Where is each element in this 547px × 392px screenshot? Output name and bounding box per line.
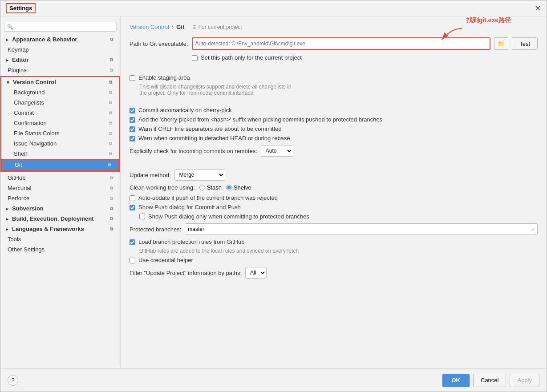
sidebar-item-editor[interactable]: Editor ⧉ — [0, 55, 120, 65]
copy-icon-build: ⧉ — [110, 216, 113, 222]
warn-crlf-label: Warn if CRLF line separators are about t… — [138, 125, 282, 132]
copy-icon-appearance: ⧉ — [110, 37, 113, 42]
sidebar-item-label: File Status Colors — [14, 130, 107, 137]
copy-icon-issue-nav: ⧉ — [109, 141, 112, 146]
sidebar-item-confirmation[interactable]: Confirmation ⧉ — [1, 118, 119, 128]
sidebar-item-plugins[interactable]: Plugins ⧉ — [0, 65, 120, 75]
arrow-svg — [438, 26, 464, 44]
apply-button[interactable]: Apply — [510, 374, 539, 387]
sidebar-item-issue-navigation[interactable]: Issue Navigation ⧉ — [1, 138, 119, 149]
sidebar-item-other[interactable]: Other Settings — [0, 244, 120, 255]
close-button[interactable]: ✕ — [535, 4, 541, 13]
sidebar-item-version-control[interactable]: Version Control ⧉ — [1, 77, 119, 87]
sidebar-item-subversion[interactable]: Subversion ⧉ — [0, 203, 120, 214]
filter-select[interactable]: All — [245, 267, 267, 279]
enable-staging-row: Enable staging area — [130, 74, 538, 81]
load-branch-protection-checkbox[interactable] — [130, 239, 135, 245]
sidebar-item-label: Build, Execution, Deployment — [10, 215, 108, 222]
cherry-suffix-row: Add the 'cherry-picked from <hash>' suff… — [130, 116, 538, 123]
incoming-row: Explicitly check for incoming commits on… — [130, 145, 538, 157]
current-project-label: Set this path only for the current proje… — [201, 54, 302, 61]
expand-triangle-editor — [6, 57, 10, 63]
footer-left: ? — [8, 375, 18, 386]
sidebar-item-languages[interactable]: Languages & Frameworks ⧉ — [0, 224, 120, 234]
show-push-checkbox[interactable] — [130, 205, 135, 210]
enable-staging-label: Enable staging area — [138, 74, 190, 81]
sidebar-item-shelf[interactable]: Shelf ⧉ — [1, 149, 119, 159]
filter-label: Filter "Update Project" information by p… — [130, 270, 242, 276]
expand-triangle-lang — [6, 226, 10, 232]
search-input[interactable] — [15, 24, 113, 30]
sidebar-item-file-status-colors[interactable]: File Status Colors ⧉ — [1, 128, 119, 138]
commit-cherry-checkbox[interactable] — [130, 108, 135, 113]
warn-detached-checkbox[interactable] — [130, 136, 135, 141]
title-bar: Settings ✕ — [0, 0, 547, 16]
protected-branches-row: Protected branches: ⤢ — [130, 223, 538, 235]
expand-triangle-build — [6, 215, 10, 222]
sidebar: 🔍 Appearance & Behavior ⧉ Keymap Editor … — [0, 16, 121, 368]
shelve-radio[interactable] — [226, 185, 232, 190]
sidebar-item-git[interactable]: Git ⧉ — [1, 159, 119, 171]
sidebar-item-label: Background — [14, 89, 107, 96]
sidebar-item-build[interactable]: Build, Execution, Deployment ⧉ — [0, 214, 120, 224]
incoming-label: Explicitly check for incoming commits on… — [130, 148, 257, 154]
dialog-title: Settings — [6, 3, 36, 13]
breadcrumb-part1[interactable]: Version Control — [130, 24, 169, 30]
cherry-suffix-checkbox[interactable] — [130, 117, 135, 123]
test-button[interactable]: Test — [512, 37, 538, 50]
sidebar-item-perforce[interactable]: Perforce ⧉ — [0, 193, 120, 203]
sidebar-item-appearance[interactable]: Appearance & Behavior ⧉ — [0, 34, 120, 44]
load-branch-protection-label: Load branch protection rules from GitHub — [138, 238, 244, 245]
annotation-text: 找到git.exe路径 — [466, 16, 511, 24]
auto-update-checkbox[interactable] — [130, 195, 135, 201]
show-push-protected-checkbox[interactable] — [139, 214, 145, 219]
folder-button[interactable]: 📁 — [494, 37, 508, 50]
warn-detached-row: Warn when committing in detached HEAD or… — [130, 135, 538, 141]
shelve-label: Shelve — [234, 184, 251, 191]
sidebar-item-label: Git — [15, 162, 106, 168]
expand-triangle-svn — [6, 205, 10, 212]
current-project-checkbox[interactable] — [192, 55, 198, 61]
help-button[interactable]: ? — [8, 375, 18, 386]
sidebar-item-label: Appearance & Behavior — [10, 36, 108, 43]
cancel-button[interactable]: Cancel — [473, 374, 506, 387]
copy-icon-mercurial: ⧉ — [110, 186, 113, 191]
sidebar-item-label: Shelf — [14, 150, 107, 157]
copy-icon-plugins: ⧉ — [110, 68, 113, 73]
commit-cherry-label: Commit automatically on cherry-pick — [138, 107, 232, 113]
sidebar-item-label: Perforce — [8, 195, 108, 202]
github-hint: GitHub rules are added to the local rule… — [139, 248, 538, 254]
sidebar-item-mercurial[interactable]: Mercurial ⧉ — [0, 183, 120, 193]
credential-helper-checkbox[interactable] — [130, 258, 135, 263]
annotation-arrow — [438, 26, 464, 45]
sidebar-item-keymap[interactable]: Keymap — [0, 44, 120, 55]
footer-right: OK Cancel Apply — [442, 374, 540, 387]
stash-radio[interactable] — [199, 185, 205, 190]
stash-label: Stash — [207, 184, 222, 191]
ok-button[interactable]: OK — [442, 374, 470, 387]
copy-icon-shelf: ⧉ — [109, 151, 112, 157]
copy-icon-fsc: ⧉ — [109, 131, 112, 136]
warn-crlf-checkbox[interactable] — [130, 126, 135, 132]
sidebar-item-background[interactable]: Background ⧉ — [1, 87, 119, 97]
protected-input[interactable] — [185, 223, 538, 235]
copy-icon-perforce: ⧉ — [110, 196, 113, 201]
search-box[interactable]: 🔍 — [4, 22, 117, 32]
show-push-protected-label: Show Push dialog only when committing to… — [148, 213, 309, 220]
copy-icon-changelists: ⧉ — [109, 100, 112, 105]
update-method-select[interactable]: Merge Rebase Branch Default — [174, 169, 225, 181]
sidebar-item-changelists[interactable]: Changelists ⧉ — [1, 97, 119, 108]
incoming-select[interactable]: Auto Always Never — [261, 145, 293, 157]
expand-icon: ⤢ — [531, 226, 535, 232]
enable-staging-checkbox[interactable] — [130, 75, 135, 81]
copy-icon-lang: ⧉ — [110, 226, 113, 232]
sidebar-item-tools[interactable]: Tools — [0, 234, 120, 244]
sidebar-item-github[interactable]: GitHub ⧉ — [0, 173, 120, 183]
auto-update-label: Auto-update if push of the current branc… — [138, 194, 278, 201]
sidebar-item-commit[interactable]: Commit ⧉ — [1, 108, 119, 118]
filter-row: Filter "Update Project" information by p… — [130, 267, 538, 279]
sidebar-item-label: Keymap — [8, 46, 113, 53]
sidebar-item-label: Mercurial — [8, 185, 108, 191]
copy-icon-vc: ⧉ — [109, 80, 112, 85]
warn-crlf-row: Warn if CRLF line separators are about t… — [130, 125, 538, 132]
